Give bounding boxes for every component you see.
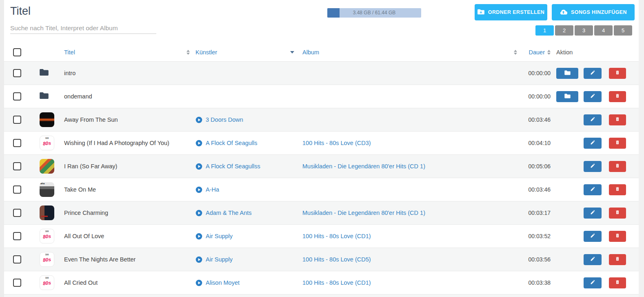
play-circle-icon[interactable]: [195, 186, 202, 193]
track-duration: 00:03:17: [529, 210, 551, 216]
row-select-cell: [13, 116, 40, 124]
play-circle-icon[interactable]: [195, 140, 202, 147]
row-title-cell: All Cried Out: [64, 279, 195, 286]
row-checkbox[interactable]: [13, 232, 21, 240]
album-link[interactable]: 100 Hits - 80s Love (CD1): [302, 279, 371, 286]
album-link[interactable]: 100 Hits - 80s Love (CD3): [302, 140, 371, 146]
page-button-2[interactable]: 2: [555, 25, 573, 36]
play-circle-icon[interactable]: [195, 279, 202, 286]
trash-icon: [615, 163, 620, 170]
track-duration: 00:03:46: [529, 116, 551, 123]
artist-link[interactable]: 3 Doors Down: [206, 116, 243, 123]
edit-button[interactable]: [584, 208, 602, 219]
album-link[interactable]: 100 Hits - 80s Love (CD1): [302, 233, 371, 239]
storage-usage-label: 3.48 GB / 61.44 GB: [327, 8, 421, 18]
play-circle-icon[interactable]: [195, 256, 202, 263]
row-artist-cell: Air Supply: [195, 256, 302, 263]
edit-button[interactable]: [584, 114, 602, 125]
row-checkbox[interactable]: [13, 279, 21, 287]
delete-button[interactable]: [609, 254, 626, 265]
play-circle-icon[interactable]: [195, 210, 202, 217]
open-folder-button[interactable]: [556, 68, 578, 79]
edit-button[interactable]: [584, 138, 602, 149]
track-title: Even The Nights Are Better: [64, 256, 135, 263]
album-link[interactable]: Musikladen - Die Legendären 80'er Hits (…: [302, 163, 425, 170]
page-button-5[interactable]: 5: [614, 25, 632, 36]
artist-link[interactable]: Air Supply: [206, 233, 233, 239]
column-header-album[interactable]: Album: [302, 49, 518, 56]
row-select-cell: [13, 162, 40, 170]
delete-button[interactable]: [609, 208, 626, 219]
table-row: ondemand 00:00:00: [4, 85, 639, 108]
create-folder-button[interactable]: ORDNER ERSTELLEN: [475, 4, 547, 20]
album-link[interactable]: Musikladen - Die Legendären 80'er Hits (…: [302, 210, 425, 216]
edit-button[interactable]: [584, 277, 602, 288]
column-header-duration[interactable]: Dauer: [518, 49, 554, 56]
select-all-checkbox[interactable]: [13, 48, 21, 56]
edit-button[interactable]: [584, 231, 602, 242]
pencil-icon: [590, 256, 595, 263]
column-header-title[interactable]: Titel: [64, 49, 195, 56]
row-artist-cell: A-Ha: [195, 186, 302, 193]
row-checkbox[interactable]: [13, 139, 21, 147]
page-button-1[interactable]: 1: [535, 25, 554, 36]
row-checkbox[interactable]: [13, 185, 21, 194]
pencil-icon: [590, 140, 595, 146]
row-thumb-cell: [40, 275, 64, 290]
row-title-cell: intro: [64, 70, 195, 76]
delete-button[interactable]: [609, 277, 626, 288]
track-duration: 00:03:46: [529, 186, 551, 193]
play-circle-icon[interactable]: [195, 116, 202, 123]
album-art: [40, 112, 54, 127]
page-button-4[interactable]: 4: [594, 25, 613, 36]
row-checkbox[interactable]: [13, 69, 21, 77]
artist-link[interactable]: A Flock Of Seagulls: [206, 140, 258, 146]
column-header-artist[interactable]: Künstler: [195, 49, 302, 56]
artist-link[interactable]: A-Ha: [206, 186, 219, 193]
delete-button[interactable]: [609, 68, 626, 79]
edit-button[interactable]: [584, 161, 602, 172]
search-input[interactable]: [10, 22, 156, 34]
row-thumb-cell: [40, 69, 64, 78]
delete-button[interactable]: [609, 184, 626, 195]
delete-button[interactable]: [609, 91, 626, 102]
folder-icon: [40, 69, 49, 78]
row-thumb-cell: [40, 182, 64, 197]
pencil-icon: [590, 163, 595, 170]
album-link[interactable]: 100 Hits - 80s Love (CD5): [302, 256, 371, 263]
edit-button[interactable]: [584, 68, 602, 79]
delete-button[interactable]: [609, 114, 626, 125]
row-checkbox[interactable]: [13, 92, 21, 100]
pagination: 12345: [535, 25, 632, 36]
row-duration-cell: 00:03:56: [518, 256, 554, 263]
delete-button[interactable]: [609, 138, 626, 149]
artist-link[interactable]: Adam & The Ants: [206, 210, 252, 216]
edit-button[interactable]: [584, 184, 602, 195]
delete-button[interactable]: [609, 161, 626, 172]
album-art: [40, 229, 54, 243]
trash-icon: [615, 279, 620, 286]
row-action-cell: [554, 208, 639, 219]
row-checkbox[interactable]: [13, 209, 21, 217]
artist-link[interactable]: A Flock Of Seagullss: [206, 163, 260, 170]
row-thumb-cell: [40, 92, 64, 101]
artist-link[interactable]: Air Supply: [206, 256, 233, 263]
album-art: [40, 275, 54, 290]
edit-button[interactable]: [584, 91, 602, 102]
column-header-artist-label: Künstler: [195, 49, 217, 56]
storage-usage-bar: 3.48 GB / 61.44 GB: [327, 8, 421, 18]
page-button-3[interactable]: 3: [575, 25, 593, 36]
delete-button[interactable]: [609, 231, 626, 242]
row-checkbox[interactable]: [13, 162, 21, 170]
row-checkbox[interactable]: [13, 116, 21, 124]
row-title-cell: Even The Nights Are Better: [64, 256, 195, 263]
play-circle-icon[interactable]: [195, 163, 202, 170]
edit-button[interactable]: [584, 254, 602, 265]
artist-link[interactable]: Alison Moyet: [206, 279, 240, 286]
add-songs-button[interactable]: SONGS HINZUFÜGEN: [552, 4, 635, 20]
play-circle-icon[interactable]: [195, 233, 202, 240]
open-folder-button[interactable]: [556, 91, 578, 102]
row-checkbox[interactable]: [13, 255, 21, 264]
row-thumb-cell: [40, 229, 64, 243]
row-title-cell: Take On Me: [64, 186, 195, 193]
